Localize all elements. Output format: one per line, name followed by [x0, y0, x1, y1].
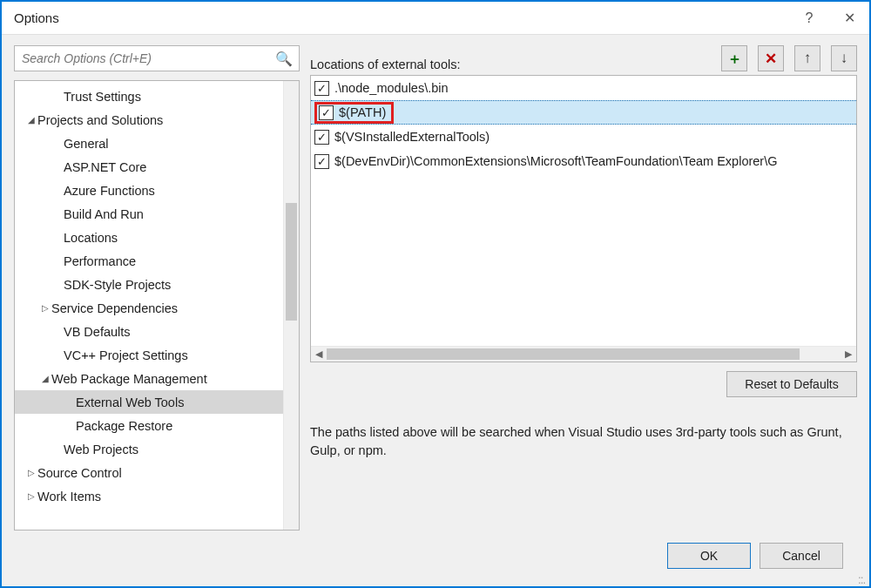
expand-icon[interactable]: ▷	[25, 468, 37, 477]
locations-label: Locations of external tools:	[310, 57, 711, 71]
locations-list: ✓.\node_modules\.bin✓$(PATH)✓$(VSInstall…	[310, 75, 857, 362]
options-dialog: Options ? ✕ 🔍 Trust Settings◢Projects an…	[0, 0, 871, 588]
highlight-box: ✓$(PATH)	[314, 102, 394, 124]
titlebar: Options ? ✕	[2, 2, 869, 35]
tree-item-label: Locations	[64, 231, 118, 245]
tree-item[interactable]: ▷Source Control	[15, 461, 283, 484]
tree-item-label: Work Items	[37, 490, 101, 504]
tree-item-label: SDK-Style Projects	[64, 278, 171, 292]
right-header: Locations of external tools: ＋ ✕ ↑ ↓	[310, 45, 857, 71]
list-item[interactable]: ✓$(PATH)	[311, 100, 856, 125]
window-title: Options	[14, 10, 789, 25]
tree-item-label: Web Projects	[64, 443, 138, 456]
dialog-body: 🔍 Trust Settings◢Projects and SolutionsG…	[2, 35, 869, 586]
tree-item[interactable]: General	[15, 132, 283, 155]
add-button[interactable]: ＋	[721, 45, 747, 71]
expand-icon[interactable]: ▷	[25, 491, 37, 501]
hint-text: The paths listed above will be searched …	[310, 423, 857, 460]
tree-item[interactable]: Performance	[15, 249, 283, 273]
tree-item[interactable]: ASP.NET Core	[15, 155, 283, 179]
tree-item-label: VC++ Project Settings	[64, 348, 188, 362]
checkbox[interactable]: ✓	[314, 130, 329, 145]
right-column: Locations of external tools: ＋ ✕ ↑ ↓ ✓.\…	[310, 45, 857, 531]
tree-scrollbar[interactable]	[283, 81, 299, 530]
list-item[interactable]: ✓.\node_modules\.bin	[311, 76, 856, 100]
hscroll-thumb[interactable]	[327, 348, 800, 360]
delete-button[interactable]: ✕	[758, 45, 784, 71]
tree-item-label: Projects and Solutions	[37, 113, 163, 127]
tree-item-label: Web Package Management	[51, 372, 207, 386]
tree-item[interactable]: Package Restore	[15, 414, 283, 437]
list-item-text: $(DevEnvDir)\CommonExtensions\Microsoft\…	[334, 154, 778, 168]
tree-scroll-thumb[interactable]	[286, 203, 297, 321]
list-item-text: $(VSInstalledExternalTools)	[334, 130, 490, 144]
ok-button[interactable]: OK	[667, 543, 751, 569]
tree-item-label: Trust Settings	[64, 90, 141, 104]
tree-item-label: VB Defaults	[64, 325, 131, 339]
category-tree: Trust Settings◢Projects and SolutionsGen…	[14, 80, 300, 531]
tree-item-label: Performance	[64, 254, 136, 268]
tree-item-label: Source Control	[37, 466, 122, 480]
checkbox[interactable]: ✓	[314, 154, 329, 169]
search-row: 🔍	[14, 45, 300, 71]
tree-item-label: Service Dependencies	[51, 301, 178, 315]
tree-item-label: Package Restore	[76, 419, 172, 433]
expand-icon[interactable]: ◢	[39, 374, 51, 383]
tree-item[interactable]: Locations	[15, 226, 283, 249]
search-icon[interactable]: 🔍	[275, 51, 293, 67]
move-down-button[interactable]: ↓	[831, 45, 857, 71]
upper-area: 🔍 Trust Settings◢Projects and SolutionsG…	[14, 45, 857, 531]
tree-item-label: ASP.NET Core	[64, 160, 146, 174]
list-item[interactable]: ✓$(DevEnvDir)\CommonExtensions\Microsoft…	[311, 149, 856, 173]
checkbox[interactable]: ✓	[314, 81, 329, 96]
help-button[interactable]: ?	[789, 2, 829, 35]
tree-item[interactable]: VC++ Project Settings	[15, 343, 283, 367]
tree-item[interactable]: Trust Settings	[15, 84, 283, 108]
list-body[interactable]: ✓.\node_modules\.bin✓$(PATH)✓$(VSInstall…	[311, 76, 856, 346]
expand-icon[interactable]: ◢	[25, 115, 37, 125]
close-button[interactable]: ✕	[829, 2, 869, 35]
resize-grip-icon[interactable]: . .. . .	[858, 572, 864, 583]
tree-item[interactable]: SDK-Style Projects	[15, 273, 283, 296]
tree-item[interactable]: ◢Web Package Management	[15, 367, 283, 390]
tree-item[interactable]: ◢Projects and Solutions	[15, 108, 283, 132]
reset-defaults-button[interactable]: Reset to Defaults	[726, 371, 857, 397]
tree-item-label: Azure Functions	[64, 184, 155, 198]
tree-item[interactable]: Azure Functions	[15, 179, 283, 202]
tree-item[interactable]: ▷Work Items	[15, 484, 283, 508]
tree-item[interactable]: ▷Service Dependencies	[15, 296, 283, 320]
tree-item-label: Build And Run	[64, 207, 144, 221]
cancel-button[interactable]: Cancel	[760, 543, 843, 569]
list-item[interactable]: ✓$(VSInstalledExternalTools)	[311, 125, 856, 149]
tree-item[interactable]: Build And Run	[15, 202, 283, 226]
list-item-text: .\node_modules\.bin	[334, 81, 449, 95]
tree-item[interactable]: VB Defaults	[15, 320, 283, 343]
hscroll-track[interactable]	[327, 347, 841, 362]
tree-item-label: General	[64, 137, 109, 151]
footer: OK Cancel	[14, 531, 857, 574]
expand-icon[interactable]: ▷	[39, 303, 51, 313]
tree-body[interactable]: Trust Settings◢Projects and SolutionsGen…	[15, 81, 283, 530]
hscroll-left-icon[interactable]: ◀	[311, 348, 327, 360]
checkbox[interactable]: ✓	[319, 105, 334, 120]
hscroll-right-icon[interactable]: ▶	[841, 348, 856, 360]
list-item-text: $(PATH)	[339, 105, 386, 119]
move-up-button[interactable]: ↑	[794, 45, 820, 71]
tree-item[interactable]: External Web Tools	[15, 390, 283, 414]
left-column: 🔍 Trust Settings◢Projects and SolutionsG…	[14, 45, 300, 531]
tree-item-label: External Web Tools	[76, 395, 184, 409]
search-input[interactable]	[14, 45, 300, 71]
list-hscroll[interactable]: ◀ ▶	[311, 346, 856, 362]
reset-row: Reset to Defaults	[310, 371, 857, 397]
tree-item[interactable]: Web Projects	[15, 437, 283, 461]
